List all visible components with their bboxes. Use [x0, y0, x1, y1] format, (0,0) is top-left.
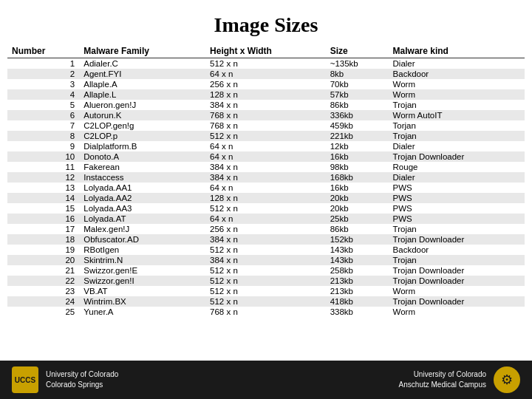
table-cell: 221kb: [326, 131, 389, 141]
table-cell: 86kb: [326, 224, 389, 234]
table-cell: 459kb: [326, 120, 389, 131]
table-row: 4Allaple.L128 x n57kbWorm: [7, 89, 525, 100]
table-cell: 143kb: [326, 245, 389, 255]
table-cell: 25: [7, 307, 79, 317]
table-row: 20Skintrim.N384 x n143kbTrojan: [7, 255, 525, 265]
table-cell: Fakerean: [79, 162, 205, 172]
table-cell: 64 x n: [205, 141, 326, 151]
uccs-logo-text: UCCS: [15, 376, 35, 384]
table-cell: 4: [7, 89, 79, 100]
table-cell: Donoto.A: [79, 151, 205, 162]
table-cell: 57kb: [326, 89, 389, 100]
table-cell: RBotIgen: [79, 245, 205, 255]
table-row: 21Swizzor.gen!E512 x n258kbTrojan Downlo…: [7, 265, 525, 276]
table-cell: 768 x n: [205, 110, 326, 120]
table-cell: 23: [7, 286, 79, 296]
table-cell: 7: [7, 120, 79, 131]
table-cell: 5: [7, 100, 79, 110]
table-cell: 512 x n: [205, 203, 326, 214]
table-cell: 8: [7, 131, 79, 141]
table-cell: C2LOP.p: [79, 131, 205, 141]
table-cell: Autorun.K: [79, 110, 205, 120]
uccs-logo: UCCS: [12, 366, 38, 393]
table-cell: 384 x n: [205, 172, 326, 183]
table-row: 13Lolyada.AA164 x n16kbPWS: [7, 183, 525, 193]
table-cell: 64 x n: [205, 214, 326, 224]
table-row: 19RBotIgen512 x n143kbBackdoor: [7, 245, 525, 255]
table-row: 10Donoto.A64 x n16kbTrojan Downloader: [7, 151, 525, 162]
table-cell: Trojan Downloader: [389, 265, 525, 276]
table-row: 2Agent.FYI64 x n8kbBackdoor: [7, 69, 525, 79]
table-cell: 70kb: [326, 79, 389, 89]
table-cell: 3: [7, 79, 79, 89]
footer-left-line2: Colorado Springs: [46, 380, 118, 390]
footer-right: University of Colorado Anschutz Medical …: [399, 366, 520, 393]
table-cell: Agent.FYI: [79, 69, 205, 79]
table-cell: 20kb: [326, 203, 389, 214]
col-malware-family: Malware Family: [79, 44, 205, 58]
table-cell: 11: [7, 162, 79, 172]
table-cell: Skintrim.N: [79, 255, 205, 265]
page-title: Image Sizes: [0, 0, 532, 44]
table-cell: C2LOP.gen!g: [79, 120, 205, 131]
table-cell: 384 x n: [205, 255, 326, 265]
table-row: 5Alueron.gen!J384 x n86kbTrojan: [7, 100, 525, 110]
table-cell: 768 x n: [205, 307, 326, 317]
table-row: 17Malex.gen!J256 x n86kbTrojan: [7, 224, 525, 234]
table-cell: 12: [7, 172, 79, 183]
table-cell: 512 x n: [205, 276, 326, 286]
table-cell: 21: [7, 265, 79, 276]
table-cell: Trojan Downloader: [389, 276, 525, 286]
table-cell: Lolyada.AT: [79, 214, 205, 224]
table-cell: 22: [7, 276, 79, 286]
table-header-row: Number Malware Family Height x Width Siz…: [7, 44, 525, 58]
table-cell: Worm: [389, 79, 525, 89]
table-cell: 20: [7, 255, 79, 265]
table-cell: 98kb: [326, 162, 389, 172]
table-cell: PWS: [389, 193, 525, 203]
table-cell: PWS: [389, 203, 525, 214]
table-cell: 143kb: [326, 255, 389, 265]
table-row: 15Lolyada.AA3512 x n20kbPWS: [7, 203, 525, 214]
footer-right-text: University of Colorado Anschutz Medical …: [399, 369, 486, 390]
table-cell: Backdoor: [389, 245, 525, 255]
table-cell: 384 x n: [205, 234, 326, 245]
footer-right-line1: University of Colorado: [399, 369, 486, 380]
table-cell: 1: [7, 58, 79, 69]
table-cell: 86kb: [326, 100, 389, 110]
table-cell: 24: [7, 296, 79, 307]
table-cell: 10: [7, 151, 79, 162]
table-row: 25Yuner.A768 x n338kbWorm: [7, 307, 525, 317]
table-cell: 213kb: [326, 286, 389, 296]
table-cell: PWS: [389, 183, 525, 193]
table-cell: 2: [7, 69, 79, 79]
table-cell: 258kb: [326, 265, 389, 276]
table-cell: Worm AutoIT: [389, 110, 525, 120]
table-cell: 64 x n: [205, 183, 326, 193]
table-cell: Swizzor.gen!E: [79, 265, 205, 276]
table-cell: 14: [7, 193, 79, 203]
table-cell: Yuner.A: [79, 307, 205, 317]
table-row: 6Autorun.K768 x n336kbWorm AutoIT: [7, 110, 525, 120]
table-cell: Backdoor: [389, 69, 525, 79]
table-cell: Malex.gen!J: [79, 224, 205, 234]
footer: UCCS University of Colorado Colorado Spr…: [0, 361, 532, 399]
table-cell: PWS: [389, 214, 525, 224]
table-cell: 6: [7, 110, 79, 120]
table-cell: 256 x n: [205, 79, 326, 89]
table-cell: Instaccess: [79, 172, 205, 183]
table-row: 16Lolyada.AT64 x n25kbPWS: [7, 214, 525, 224]
table-cell: 16kb: [326, 151, 389, 162]
table-cell: ~135kb: [326, 58, 389, 69]
table-row: 3Allaple.A256 x n70kbWorm: [7, 79, 525, 89]
table-cell: 512 x n: [205, 58, 326, 69]
table-cell: 18: [7, 234, 79, 245]
table-cell: 128 x n: [205, 89, 326, 100]
table-cell: 128 x n: [205, 193, 326, 203]
table-cell: Trojan Downloader: [389, 234, 525, 245]
table-cell: 512 x n: [205, 265, 326, 276]
table-cell: 768 x n: [205, 120, 326, 131]
table-cell: Trojan Downloader: [389, 296, 525, 307]
table-container: Number Malware Family Height x Width Siz…: [0, 44, 532, 317]
table-cell: 19: [7, 245, 79, 255]
